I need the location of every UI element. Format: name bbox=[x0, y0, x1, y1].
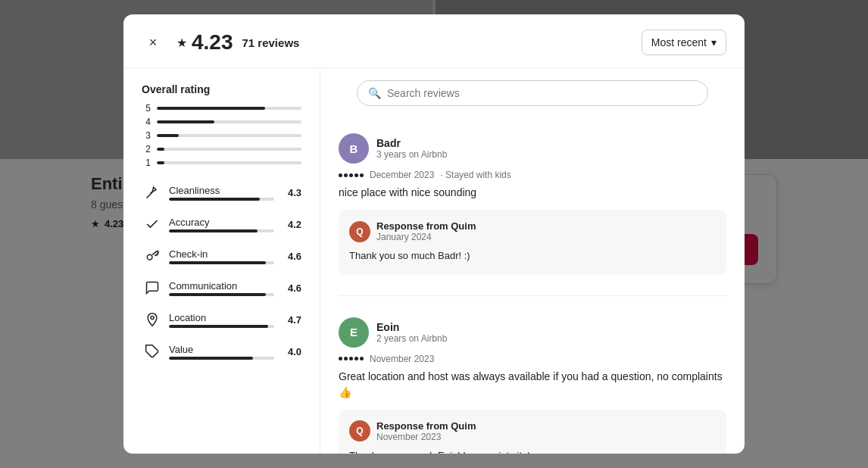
rating-info-communication: Communication bbox=[169, 280, 274, 296]
review-dot bbox=[344, 173, 348, 177]
host-response-label: Response from Quim bbox=[376, 420, 476, 432]
modal-rating-badge: ★ 4.23 bbox=[176, 30, 233, 55]
reviewer-info: Badr 3 years on Airbnb bbox=[376, 137, 447, 160]
overall-rating-title: Overall rating bbox=[142, 83, 301, 95]
review-meta-row: November 2023 bbox=[339, 354, 726, 364]
review-dot bbox=[339, 357, 342, 360]
review-dot bbox=[354, 173, 358, 177]
ratings-panel: Overall rating 5 4 3 2 1 bbox=[123, 68, 320, 454]
location-icon bbox=[142, 309, 163, 330]
rating-info-check_in: Check-in bbox=[169, 248, 274, 264]
rating-label-location: Location bbox=[169, 312, 274, 323]
host-response-header: Q Response from Quim January 2024 bbox=[349, 220, 716, 242]
overall-bar-row: 5 bbox=[142, 103, 301, 114]
host-response-text: Thank you so much Eoin! I appreciate it … bbox=[349, 448, 716, 454]
bar-fill bbox=[157, 107, 265, 110]
overall-bar-row: 3 bbox=[142, 130, 301, 141]
rating-value-communication: 4.6 bbox=[280, 282, 301, 294]
rating-row-value: Value 4.0 bbox=[142, 341, 301, 362]
rating-row-communication: Communication 4.6 bbox=[142, 277, 301, 298]
cleanliness-icon bbox=[142, 182, 163, 203]
review-meta-row: December 2023 · Stayed with kids bbox=[339, 170, 726, 180]
reviewer-name: Badr bbox=[376, 137, 447, 149]
bar-bg bbox=[157, 148, 301, 151]
rating-row-check_in: Check-in 4.6 bbox=[142, 245, 301, 267]
category-ratings-container: Cleanliness 4.3 Accuracy 4.2 C bbox=[142, 182, 301, 362]
reviewer-avatar: B bbox=[339, 133, 369, 164]
background-page: Entire rental unit 8 guests · Barcelona … bbox=[0, 0, 868, 468]
rating-bar-fill-check_in bbox=[169, 261, 266, 264]
overall-bar-row: 1 bbox=[142, 158, 301, 168]
reviewer-name: Eoin bbox=[376, 321, 447, 333]
review-dot bbox=[349, 357, 353, 360]
review-text: Great location and host was always avail… bbox=[339, 369, 726, 401]
rating-value-accuracy: 4.2 bbox=[280, 219, 301, 230]
sort-chevron-icon: ▾ bbox=[711, 36, 717, 48]
bar-label: 3 bbox=[142, 130, 151, 141]
search-input[interactable] bbox=[387, 87, 697, 99]
reviews-modal: × ★ 4.23 71 reviews Most recent ▾ Overal… bbox=[123, 14, 745, 454]
host-response-label: Response from Quim bbox=[376, 220, 476, 232]
review-header: E Eoin 2 years on Airbnb bbox=[339, 317, 726, 348]
host-response-date: November 2023 bbox=[376, 432, 476, 442]
rating-bar-fill-location bbox=[169, 325, 268, 328]
rating-bar-bg-location bbox=[169, 325, 274, 328]
rating-value-cleanliness: 4.3 bbox=[280, 187, 301, 198]
rating-value-check_in: 4.6 bbox=[280, 251, 301, 262]
bar-fill bbox=[157, 120, 214, 123]
review-date: November 2023 bbox=[370, 354, 434, 364]
rating-label-check_in: Check-in bbox=[169, 248, 274, 260]
rating-bar-bg-cleanliness bbox=[169, 198, 274, 201]
review-item: E Eoin 2 years on Airbnb November 2023 G… bbox=[339, 317, 726, 454]
review-dot bbox=[349, 173, 353, 177]
rating-bar-bg-communication bbox=[169, 293, 274, 296]
overall-bars-container: 5 4 3 2 1 bbox=[142, 103, 301, 168]
host-response-date: January 2024 bbox=[376, 232, 476, 242]
bar-bg bbox=[157, 134, 301, 137]
accuracy-icon bbox=[142, 214, 163, 235]
rating-bar-bg-value bbox=[169, 357, 274, 360]
rating-value-location: 4.7 bbox=[280, 314, 301, 326]
overall-bar-row: 2 bbox=[142, 144, 301, 154]
rating-row-accuracy: Accuracy 4.2 bbox=[142, 214, 301, 235]
rating-bar-bg-check_in bbox=[169, 261, 274, 264]
rating-bar-fill-accuracy bbox=[169, 229, 258, 232]
host-response-header: Q Response from Quim November 2023 bbox=[349, 420, 716, 442]
value-icon bbox=[142, 341, 163, 362]
bar-fill bbox=[157, 134, 179, 137]
search-icon: 🔍 bbox=[368, 87, 381, 99]
rating-bar-fill-cleanliness bbox=[169, 198, 260, 201]
host-response: Q Response from Quim January 2024 Thank … bbox=[339, 210, 726, 274]
review-dot bbox=[354, 357, 358, 360]
bar-label: 5 bbox=[142, 103, 151, 114]
rating-info-accuracy: Accuracy bbox=[169, 217, 274, 232]
host-avatar: Q bbox=[349, 420, 370, 441]
rating-bar-fill-communication bbox=[169, 293, 266, 296]
rating-bar-bg-accuracy bbox=[169, 229, 274, 232]
bar-label: 4 bbox=[142, 117, 151, 127]
host-response-info: Response from Quim November 2023 bbox=[376, 420, 476, 442]
rating-info-value: Value bbox=[169, 344, 274, 360]
review-header: B Badr 3 years on Airbnb bbox=[339, 133, 726, 164]
rating-label-cleanliness: Cleanliness bbox=[169, 185, 274, 196]
check_in-icon bbox=[142, 245, 163, 267]
rating-label-value: Value bbox=[169, 344, 274, 355]
sort-dropdown[interactable]: Most recent ▾ bbox=[642, 30, 726, 55]
bar-fill bbox=[157, 161, 164, 164]
host-response: Q Response from Quim November 2023 Thank… bbox=[339, 410, 726, 454]
bar-bg bbox=[157, 107, 301, 110]
review-dot bbox=[360, 173, 364, 177]
reviews-panel: B Badr 3 years on Airbnb December 2023 ·… bbox=[320, 118, 745, 454]
modal-header: × ★ 4.23 71 reviews Most recent ▾ bbox=[123, 14, 745, 68]
review-item: B Badr 3 years on Airbnb December 2023 ·… bbox=[339, 133, 726, 296]
svg-point-1 bbox=[151, 316, 154, 319]
reviewer-meta: 2 years on Airbnb bbox=[376, 333, 447, 344]
modal-close-button[interactable]: × bbox=[142, 31, 164, 54]
host-response-text: Thank you so much Badr! :) bbox=[349, 248, 716, 264]
host-avatar: Q bbox=[349, 221, 370, 242]
bar-label: 2 bbox=[142, 144, 151, 154]
svg-point-0 bbox=[147, 254, 152, 260]
bar-bg bbox=[157, 120, 301, 123]
rating-info-cleanliness: Cleanliness bbox=[169, 185, 274, 201]
communication-icon bbox=[142, 277, 163, 298]
